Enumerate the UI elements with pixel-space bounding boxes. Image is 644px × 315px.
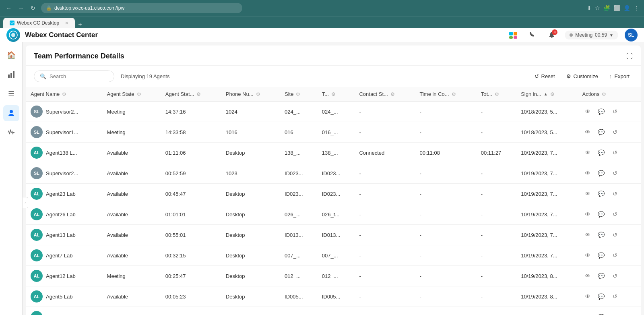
notification-button[interactable]: 4: [545, 29, 558, 41]
sign-in-sort-icon[interactable]: ▲: [544, 92, 548, 96]
chat-action-btn-1[interactable]: 💬: [596, 127, 607, 137]
refresh-action-btn-4[interactable]: ↺: [610, 189, 620, 199]
chat-action-btn-3[interactable]: 💬: [596, 168, 607, 178]
chat-action-btn-4[interactable]: 💬: [596, 189, 607, 199]
timer-text: 00:59: [595, 32, 607, 38]
cell-tot-2: 00:11:27: [476, 143, 516, 163]
table-row: AL Agent138 L... Available 01:11:06 Desk…: [26, 143, 641, 163]
cell-tot-10: -: [476, 307, 516, 315]
customize-button[interactable]: ⚙ Customize: [563, 71, 601, 82]
chat-action-btn-0[interactable]: 💬: [596, 106, 607, 117]
cell-sign-in-7: 10/19/2023, 7...: [516, 245, 577, 266]
cell-site-4: ID023...: [280, 184, 317, 204]
cell-phone-6: Desktop: [221, 225, 280, 245]
refresh-action-btn-8[interactable]: ↺: [610, 271, 620, 281]
forward-button[interactable]: →: [17, 4, 25, 12]
sidebar-item-analytics[interactable]: [3, 66, 19, 83]
profile-icon: 👤: [623, 5, 630, 11]
sign-in-settings-icon[interactable]: ⚙: [550, 91, 555, 97]
view-action-btn-2[interactable]: 👁: [582, 147, 593, 158]
site-settings-icon[interactable]: ⚙: [296, 91, 300, 97]
status-indicator[interactable]: Meeting 00:59 ▼: [565, 31, 618, 39]
cell-actions-4: 👁 💬 ↺: [578, 184, 641, 204]
refresh-action-btn-2[interactable]: ↺: [610, 147, 620, 158]
contacts-icon: [7, 109, 15, 117]
cell-agent-name-5: AL Agent26 Lab: [26, 204, 102, 225]
active-tab[interactable]: W Webex CC Desktop ✕: [3, 18, 75, 28]
actions-settings-icon[interactable]: ⚙: [602, 91, 606, 97]
phone-nu-settings-icon[interactable]: ⚙: [256, 91, 260, 97]
reload-button[interactable]: ↻: [29, 4, 37, 12]
sidebar-item-home[interactable]: 🏠: [3, 47, 19, 63]
refresh-action-btn-3[interactable]: ↺: [610, 168, 620, 178]
refresh-action-btn-10[interactable]: ↺: [610, 312, 620, 315]
th-site: Site ⚙: [280, 87, 317, 102]
agent-state-settings-icon[interactable]: ⚙: [137, 91, 141, 97]
agent-avatar-10: AL: [31, 311, 43, 315]
svg-rect-7: [8, 75, 10, 78]
t-settings-icon[interactable]: ⚙: [331, 91, 336, 97]
tab-close-icon[interactable]: ✕: [65, 21, 68, 26]
phone-button[interactable]: [526, 29, 539, 41]
chat-action-btn-8[interactable]: 💬: [596, 271, 607, 281]
agent-name-text-2: Agent138 L...: [46, 150, 77, 156]
chat-action-btn-7[interactable]: 💬: [596, 250, 607, 261]
view-action-btn-5[interactable]: 👁: [582, 209, 593, 220]
chat-action-btn-5[interactable]: 💬: [596, 209, 607, 220]
status-chevron-icon: ▼: [609, 33, 613, 37]
agent-stat-settings-icon[interactable]: ⚙: [196, 91, 201, 97]
refresh-action-btn-1[interactable]: ↺: [610, 127, 620, 137]
chat-action-btn-6[interactable]: 💬: [596, 230, 607, 240]
reset-button[interactable]: ↺ Reset: [531, 71, 558, 82]
sidebar-collapse-handle[interactable]: ›: [23, 197, 28, 208]
chat-action-btn-10[interactable]: 💬: [596, 312, 607, 315]
refresh-action-btn-0[interactable]: ↺: [610, 106, 620, 117]
cell-site-7: 007_...: [280, 245, 317, 266]
view-action-btn-6[interactable]: 👁: [582, 230, 593, 240]
back-button[interactable]: ←: [5, 4, 13, 12]
view-action-btn-1[interactable]: 👁: [582, 127, 593, 137]
view-action-btn-0[interactable]: 👁: [582, 106, 593, 117]
view-action-btn-7[interactable]: 👁: [582, 250, 593, 261]
refresh-action-btn-6[interactable]: ↺: [610, 230, 620, 240]
refresh-action-btn-9[interactable]: ↺: [610, 291, 620, 302]
chat-action-btn-9[interactable]: 💬: [596, 291, 607, 302]
cell-agent-state-4: Available: [102, 184, 161, 204]
sidebar-item-menu[interactable]: ☰: [3, 86, 19, 102]
webex-app-icon-button[interactable]: [507, 29, 520, 41]
address-bar[interactable]: 🔒 desktop.wxcc-us1.cisco.com/tpw: [41, 3, 242, 13]
view-action-btn-3[interactable]: 👁: [582, 168, 593, 178]
cell-time-in-co-5: -: [415, 204, 476, 225]
view-action-btn-10[interactable]: 👁: [582, 312, 593, 315]
agent-name-settings-icon[interactable]: ⚙: [62, 91, 66, 97]
sidebar-item-contacts[interactable]: [3, 105, 19, 121]
cell-t-9: ID005...: [317, 286, 355, 307]
agent-name-text-1: Supervisor1...: [46, 129, 78, 135]
search-input[interactable]: [50, 73, 108, 79]
expand-button[interactable]: ⛶: [626, 53, 633, 60]
header-row: Agent Name ⚙ Agent State ⚙: [26, 87, 641, 102]
sidebar-item-waveform[interactable]: [3, 124, 19, 141]
cell-sign-in-3: 10/19/2023, 7...: [516, 163, 577, 184]
cell-t-1: 016_...: [317, 122, 355, 143]
table-row: AL Agent7 Lab Available 00:32:15 Desktop…: [26, 245, 641, 266]
cell-tot-3: -: [476, 163, 516, 184]
refresh-action-btn-7[interactable]: ↺: [610, 250, 620, 261]
agent-name-text-5: Agent26 Lab: [46, 211, 76, 218]
view-action-btn-9[interactable]: 👁: [582, 291, 593, 302]
chat-action-btn-2[interactable]: 💬: [596, 147, 607, 158]
search-box[interactable]: 🔍: [34, 70, 114, 82]
cell-time-in-co-7: -: [415, 245, 476, 266]
export-button[interactable]: ↑ Export: [606, 71, 633, 82]
view-action-btn-4[interactable]: 👁: [582, 189, 593, 199]
tot-settings-icon[interactable]: ⚙: [495, 91, 499, 97]
refresh-action-btn-5[interactable]: ↺: [610, 209, 620, 220]
cell-agent-name-9: AL Agent5 Lab: [26, 286, 102, 307]
user-avatar[interactable]: SL: [625, 29, 638, 41]
toolbar: 🔍 Displaying 19 Agents ↺ Reset ⚙ Customi…: [26, 66, 641, 87]
state-badge-5: Available: [107, 211, 128, 218]
view-action-btn-8[interactable]: 👁: [582, 271, 593, 281]
time-in-co-settings-icon[interactable]: ⚙: [452, 91, 456, 97]
new-tab-button[interactable]: +: [78, 21, 82, 28]
contact-st-settings-icon[interactable]: ⚙: [390, 91, 395, 97]
